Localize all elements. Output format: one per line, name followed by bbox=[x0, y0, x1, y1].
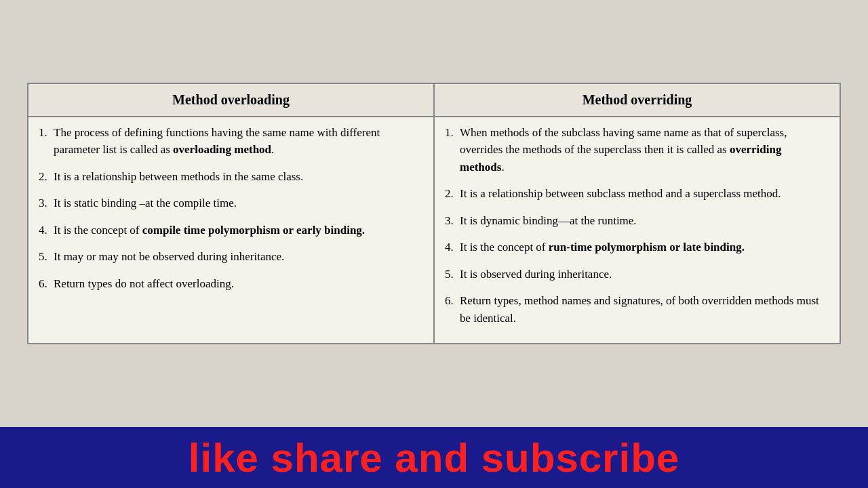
col2-content: 1. When methods of the subclass having s… bbox=[435, 117, 840, 344]
item-number: 6. bbox=[445, 292, 460, 310]
item-text: It is the concept of run-time polymorphi… bbox=[460, 239, 826, 256]
list-item: 4. It is the concept of compile time pol… bbox=[39, 222, 420, 239]
col2-header: Method overriding bbox=[435, 84, 840, 117]
item-number: 5. bbox=[445, 266, 460, 283]
item-text: It is static binding –at the compile tim… bbox=[54, 195, 420, 212]
item-text: When methods of the subclass having same… bbox=[460, 124, 826, 176]
comparison-table: Method overloading Method overriding 1. … bbox=[27, 83, 841, 345]
item-number: 1. bbox=[39, 124, 54, 142]
list-item: 2. It is a relationship between methods … bbox=[39, 168, 420, 186]
item-text: It is a relationship between subclass me… bbox=[460, 185, 826, 203]
item-text: It is dynamic binding—at the runtime. bbox=[460, 212, 826, 230]
list-item: 3. It is dynamic binding—at the runtime. bbox=[445, 212, 826, 230]
col1-header: Method overloading bbox=[28, 84, 435, 117]
item-text: Return types, method names and signature… bbox=[460, 292, 826, 327]
item-number: 2. bbox=[445, 185, 460, 203]
table-body: 1. The process of defining functions hav… bbox=[28, 117, 840, 344]
list-item: 4. It is the concept of run-time polymor… bbox=[445, 239, 826, 256]
item-number: 3. bbox=[445, 212, 460, 230]
col1-list: 1. The process of defining functions hav… bbox=[39, 124, 420, 293]
list-item: 6. Return types do not affect overloadin… bbox=[39, 275, 420, 293]
item-text: It is observed during inheritance. bbox=[460, 266, 826, 283]
item-number: 1. bbox=[445, 124, 460, 142]
item-number: 2. bbox=[39, 168, 54, 186]
bottom-bar: like share and subscribe bbox=[0, 427, 868, 488]
subscribe-text: like share and subscribe bbox=[189, 434, 679, 481]
item-text: Return types do not affect overloading. bbox=[54, 275, 420, 293]
col2-list: 1. When methods of the subclass having s… bbox=[445, 124, 826, 327]
list-item: 1. When methods of the subclass having s… bbox=[445, 124, 826, 176]
item-text: It is a relationship between methods in … bbox=[54, 168, 420, 186]
item-text: The process of defining functions having… bbox=[54, 124, 420, 159]
main-content: Method overloading Method overriding 1. … bbox=[0, 0, 868, 427]
item-text: It is the concept of compile time poly­m… bbox=[54, 222, 420, 239]
item-number: 6. bbox=[39, 275, 54, 293]
list-item: 2. It is a relationship between subclass… bbox=[445, 185, 826, 203]
table-header: Method overloading Method overriding bbox=[28, 84, 840, 117]
list-item: 6. Return types, method names and signat… bbox=[445, 292, 826, 327]
item-text: It may or may not be observed during inh… bbox=[54, 248, 420, 266]
list-item: 5. It may or may not be observed during … bbox=[39, 248, 420, 266]
item-number: 5. bbox=[39, 248, 54, 266]
list-item: 5. It is observed during inheritance. bbox=[445, 266, 826, 283]
item-number: 4. bbox=[445, 239, 460, 256]
list-item: 1. The process of defining functions hav… bbox=[39, 124, 420, 159]
list-item: 3. It is static binding –at the compile … bbox=[39, 195, 420, 212]
item-number: 3. bbox=[39, 195, 54, 212]
col1-content: 1. The process of defining functions hav… bbox=[28, 117, 435, 344]
item-number: 4. bbox=[39, 222, 54, 239]
